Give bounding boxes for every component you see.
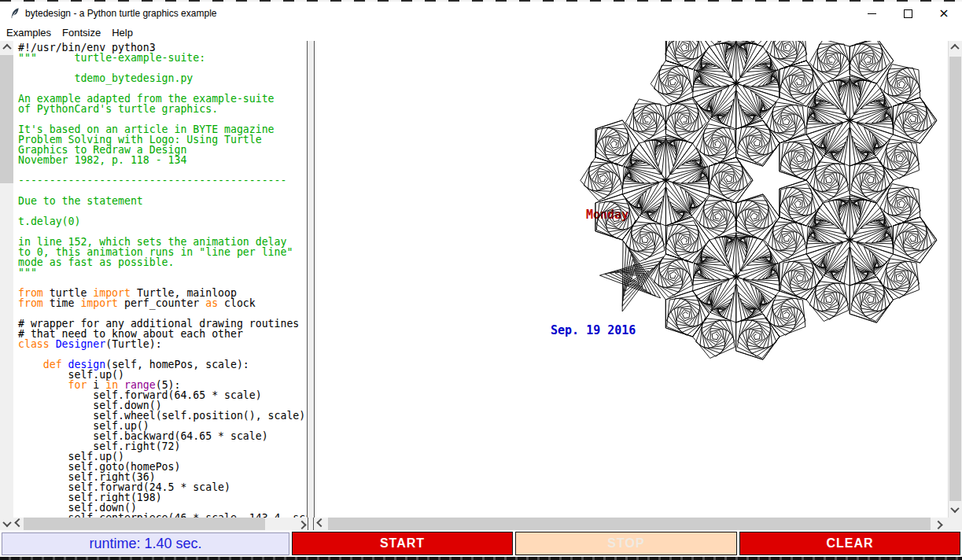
- runtime-label: runtime: 1.40 sec.: [2, 532, 289, 555]
- code-vscroll-thumb[interactable]: [0, 55, 13, 183]
- code-line: mode as fast as possible.: [18, 257, 307, 267]
- code-scroll-right-icon[interactable]: [297, 518, 308, 530]
- code-scroll-up-icon[interactable]: [0, 41, 13, 53]
- canvas-scroll-up-icon[interactable]: [948, 41, 962, 53]
- code-vscrollbar[interactable]: [0, 41, 13, 518]
- code-scroll-down-icon[interactable]: [0, 518, 13, 530]
- clear-button[interactable]: CLEAR: [739, 532, 960, 555]
- app-window: bytedesign - a Python turtle graphics ex…: [0, 0, 962, 560]
- menu-examples[interactable]: Examples: [2, 25, 56, 40]
- close-button[interactable]: ×: [926, 2, 962, 25]
- screen-edge-bottom: [0, 557, 962, 560]
- status-bar: runtime: 1.40 sec. STARTSTOPCLEAR: [0, 530, 962, 557]
- title-bar[interactable]: bytedesign - a Python turtle graphics ex…: [0, 2, 962, 25]
- code-line: ----------------------------------------…: [18, 175, 307, 186]
- canvas-scroll-down-icon[interactable]: [948, 503, 962, 516]
- code-scroll-left-icon[interactable]: [13, 518, 24, 530]
- start-button[interactable]: START: [292, 532, 513, 555]
- bytedesign-drawing: [315, 41, 948, 516]
- code-line: from time import perf_counter as clock: [18, 298, 307, 308]
- code-line: of PythonCard's turtle graphics.: [18, 104, 307, 114]
- code-hscroll-thumb[interactable]: [24, 518, 265, 530]
- maximize-icon: [904, 9, 912, 18]
- menu-help[interactable]: Help: [107, 25, 138, 40]
- code-lines: #!/usr/bin/env python3""" turtle-example…: [13, 41, 307, 518]
- turtle-canvas-area: MondaySep. 19 2016: [314, 41, 948, 518]
- code-line: tdemo_bytedesign.py: [18, 73, 307, 83]
- code-line: """ turtle-example-suite:: [18, 53, 307, 63]
- pane-divider[interactable]: [308, 41, 314, 518]
- source-code-pane[interactable]: #!/usr/bin/env python3""" turtle-example…: [13, 41, 308, 518]
- window-title: bytedesign - a Python turtle graphics ex…: [25, 2, 216, 25]
- turtle-app-icon: [9, 7, 21, 20]
- menu-bar: ExamplesFontsizeHelp: [0, 25, 962, 41]
- close-icon: ×: [938, 7, 949, 20]
- canvas-hscroll-thumb[interactable]: [328, 518, 931, 530]
- window-controls: ×: [853, 2, 962, 25]
- code-line: """: [18, 267, 307, 278]
- code-line: t.delay(0): [18, 216, 307, 227]
- canvas-scroll-right-icon[interactable]: [933, 518, 944, 530]
- code-line: class Designer(Turtle):: [18, 339, 307, 349]
- pane-divider-sash[interactable]: [308, 518, 314, 530]
- code-hscrollbar[interactable]: [13, 518, 308, 530]
- stop-button: STOP: [515, 532, 737, 555]
- maximize-button[interactable]: [890, 2, 926, 25]
- canvas-scroll-left-icon[interactable]: [315, 518, 326, 530]
- main-area: #!/usr/bin/env python3""" turtle-example…: [0, 41, 962, 518]
- canvas-vscrollbar[interactable]: [948, 41, 962, 518]
- scrollbar-row: [0, 518, 962, 530]
- minimize-icon: [868, 13, 876, 14]
- scrollbar-corner: [948, 518, 962, 530]
- canvas-vscroll-thumb[interactable]: [949, 57, 961, 501]
- code-line: Due to the statement: [18, 196, 307, 206]
- minimize-button[interactable]: [853, 2, 890, 25]
- canvas-hscrollbar[interactable]: [314, 518, 948, 530]
- menu-fontsize[interactable]: Fontsize: [57, 25, 105, 40]
- code-line: November 1982, p. 118 - 134: [18, 155, 307, 165]
